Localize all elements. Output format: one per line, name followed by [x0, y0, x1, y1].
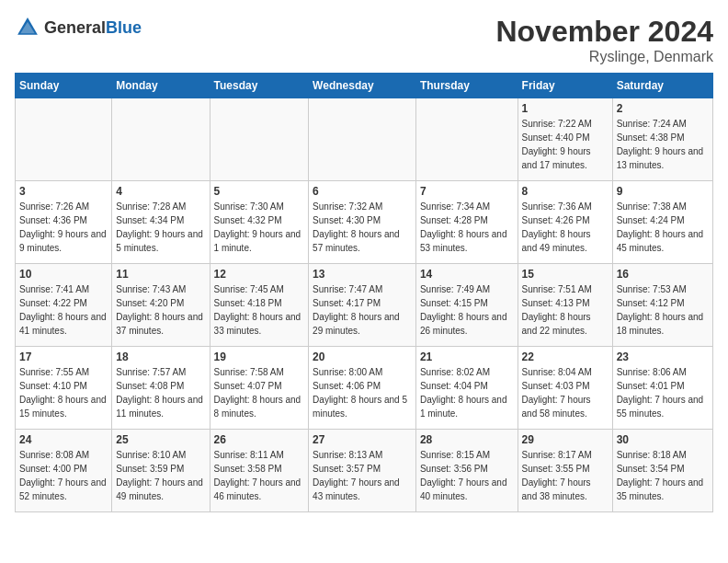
calendar-cell: 21Sunrise: 8:02 AM Sunset: 4:04 PM Dayli…: [415, 347, 518, 430]
logo-icon: [15, 15, 40, 40]
weekday-header: Sunday: [16, 74, 112, 98]
day-info: Sunrise: 8:11 AM Sunset: 3:58 PM Dayligh…: [214, 448, 305, 503]
day-number: 7: [420, 185, 514, 198]
day-info: Sunrise: 7:34 AM Sunset: 4:28 PM Dayligh…: [420, 200, 514, 255]
day-number: 17: [19, 350, 108, 363]
day-info: Sunrise: 8:02 AM Sunset: 4:04 PM Dayligh…: [420, 365, 514, 420]
calendar-cell: 2Sunrise: 7:24 AM Sunset: 4:38 PM Daylig…: [612, 98, 712, 181]
day-info: Sunrise: 7:41 AM Sunset: 4:22 PM Dayligh…: [19, 282, 108, 338]
day-info: Sunrise: 7:43 AM Sunset: 4:20 PM Dayligh…: [116, 282, 205, 338]
day-number: 4: [116, 185, 205, 198]
day-number: 27: [313, 433, 412, 446]
calendar-cell: 23Sunrise: 8:06 AM Sunset: 4:01 PM Dayli…: [612, 347, 712, 430]
day-info: Sunrise: 7:36 AM Sunset: 4:26 PM Dayligh…: [522, 200, 609, 255]
calendar-cell: 18Sunrise: 7:57 AM Sunset: 4:08 PM Dayli…: [112, 347, 210, 430]
day-info: Sunrise: 7:45 AM Sunset: 4:18 PM Dayligh…: [214, 282, 305, 338]
calendar-cell: 10Sunrise: 7:41 AM Sunset: 4:22 PM Dayli…: [16, 264, 112, 347]
day-number: 6: [313, 185, 412, 198]
calendar-week-row: 24Sunrise: 8:08 AM Sunset: 4:00 PM Dayli…: [16, 430, 713, 512]
calendar-week-row: 3Sunrise: 7:26 AM Sunset: 4:36 PM Daylig…: [16, 181, 713, 264]
day-number: 5: [214, 185, 305, 198]
calendar-cell: [309, 98, 416, 181]
calendar-table: SundayMondayTuesdayWednesdayThursdayFrid…: [15, 73, 713, 512]
day-info: Sunrise: 7:28 AM Sunset: 4:34 PM Dayligh…: [116, 200, 205, 255]
weekday-header: Thursday: [415, 74, 518, 98]
day-info: Sunrise: 8:04 AM Sunset: 4:03 PM Dayligh…: [522, 365, 609, 420]
calendar-week-row: 17Sunrise: 7:55 AM Sunset: 4:10 PM Dayli…: [16, 347, 713, 430]
calendar-cell: 6Sunrise: 7:32 AM Sunset: 4:30 PM Daylig…: [309, 181, 416, 264]
day-number: 2: [617, 102, 709, 115]
day-info: Sunrise: 7:55 AM Sunset: 4:10 PM Dayligh…: [19, 365, 108, 420]
day-number: 21: [420, 350, 514, 363]
weekday-header: Friday: [518, 74, 612, 98]
calendar-cell: 3Sunrise: 7:26 AM Sunset: 4:36 PM Daylig…: [16, 181, 112, 264]
weekday-header: Monday: [112, 74, 210, 98]
day-info: Sunrise: 8:00 AM Sunset: 4:06 PM Dayligh…: [313, 365, 412, 420]
calendar-cell: 22Sunrise: 8:04 AM Sunset: 4:03 PM Dayli…: [518, 347, 612, 430]
weekday-header: Tuesday: [210, 74, 309, 98]
weekday-header: Saturday: [612, 74, 712, 98]
day-number: 11: [116, 268, 205, 281]
calendar-cell: 11Sunrise: 7:43 AM Sunset: 4:20 PM Dayli…: [112, 264, 210, 347]
day-info: Sunrise: 8:06 AM Sunset: 4:01 PM Dayligh…: [617, 365, 709, 420]
calendar-cell: 20Sunrise: 8:00 AM Sunset: 4:06 PM Dayli…: [309, 347, 416, 430]
day-info: Sunrise: 7:38 AM Sunset: 4:24 PM Dayligh…: [617, 200, 709, 255]
day-info: Sunrise: 7:24 AM Sunset: 4:38 PM Dayligh…: [617, 117, 709, 172]
day-info: Sunrise: 8:13 AM Sunset: 3:57 PM Dayligh…: [313, 448, 412, 503]
day-info: Sunrise: 7:51 AM Sunset: 4:13 PM Dayligh…: [522, 282, 609, 338]
day-info: Sunrise: 8:15 AM Sunset: 3:56 PM Dayligh…: [420, 448, 514, 503]
day-number: 8: [522, 185, 609, 198]
day-info: Sunrise: 7:32 AM Sunset: 4:30 PM Dayligh…: [313, 200, 412, 255]
calendar-cell: 4Sunrise: 7:28 AM Sunset: 4:34 PM Daylig…: [112, 181, 210, 264]
day-info: Sunrise: 7:53 AM Sunset: 4:12 PM Dayligh…: [617, 282, 709, 338]
calendar-week-row: 10Sunrise: 7:41 AM Sunset: 4:22 PM Dayli…: [16, 264, 713, 347]
calendar-cell: 30Sunrise: 8:18 AM Sunset: 3:54 PM Dayli…: [612, 430, 712, 512]
calendar-cell: 25Sunrise: 8:10 AM Sunset: 3:59 PM Dayli…: [112, 430, 210, 512]
day-info: Sunrise: 8:10 AM Sunset: 3:59 PM Dayligh…: [116, 448, 205, 503]
calendar-cell: [16, 98, 112, 181]
day-info: Sunrise: 7:58 AM Sunset: 4:07 PM Dayligh…: [214, 365, 305, 420]
day-number: 3: [19, 185, 108, 198]
calendar-cell: [112, 98, 210, 181]
day-number: 28: [420, 433, 514, 446]
calendar-cell: 1Sunrise: 7:22 AM Sunset: 4:40 PM Daylig…: [518, 98, 612, 181]
day-number: 18: [116, 350, 205, 363]
day-info: Sunrise: 7:57 AM Sunset: 4:08 PM Dayligh…: [116, 365, 205, 420]
calendar-cell: 28Sunrise: 8:15 AM Sunset: 3:56 PM Dayli…: [415, 430, 518, 512]
day-info: Sunrise: 8:18 AM Sunset: 3:54 PM Dayligh…: [617, 448, 709, 503]
logo: GeneralBlue: [15, 15, 142, 40]
calendar-cell: 7Sunrise: 7:34 AM Sunset: 4:28 PM Daylig…: [415, 181, 518, 264]
day-number: 26: [214, 433, 305, 446]
day-number: 1: [522, 102, 609, 115]
day-number: 24: [19, 433, 108, 446]
day-info: Sunrise: 8:17 AM Sunset: 3:55 PM Dayligh…: [522, 448, 609, 503]
calendar-cell: 9Sunrise: 7:38 AM Sunset: 4:24 PM Daylig…: [612, 181, 712, 264]
day-info: Sunrise: 7:49 AM Sunset: 4:15 PM Dayligh…: [420, 282, 514, 338]
calendar-cell: 8Sunrise: 7:36 AM Sunset: 4:26 PM Daylig…: [518, 181, 612, 264]
logo-general-text: General: [44, 18, 106, 37]
day-info: Sunrise: 7:22 AM Sunset: 4:40 PM Dayligh…: [522, 117, 609, 172]
day-info: Sunrise: 7:47 AM Sunset: 4:17 PM Dayligh…: [313, 282, 412, 338]
calendar-cell: 29Sunrise: 8:17 AM Sunset: 3:55 PM Dayli…: [518, 430, 612, 512]
calendar-cell: [210, 98, 309, 181]
day-number: 29: [522, 433, 609, 446]
calendar-cell: 24Sunrise: 8:08 AM Sunset: 4:00 PM Dayli…: [16, 430, 112, 512]
calendar-cell: 15Sunrise: 7:51 AM Sunset: 4:13 PM Dayli…: [518, 264, 612, 347]
calendar-cell: 12Sunrise: 7:45 AM Sunset: 4:18 PM Dayli…: [210, 264, 309, 347]
day-number: 23: [617, 350, 709, 363]
calendar-cell: 19Sunrise: 7:58 AM Sunset: 4:07 PM Dayli…: [210, 347, 309, 430]
day-number: 12: [214, 268, 305, 281]
calendar-cell: 5Sunrise: 7:30 AM Sunset: 4:32 PM Daylig…: [210, 181, 309, 264]
day-number: 10: [19, 268, 108, 281]
calendar-cell: [415, 98, 518, 181]
calendar-cell: 17Sunrise: 7:55 AM Sunset: 4:10 PM Dayli…: [16, 347, 112, 430]
calendar-cell: 27Sunrise: 8:13 AM Sunset: 3:57 PM Dayli…: [309, 430, 416, 512]
day-info: Sunrise: 7:30 AM Sunset: 4:32 PM Dayligh…: [214, 200, 305, 255]
day-info: Sunrise: 7:26 AM Sunset: 4:36 PM Dayligh…: [19, 200, 108, 255]
day-number: 22: [522, 350, 609, 363]
day-number: 30: [617, 433, 709, 446]
day-number: 14: [420, 268, 514, 281]
day-info: Sunrise: 8:08 AM Sunset: 4:00 PM Dayligh…: [19, 448, 108, 503]
day-number: 25: [116, 433, 205, 446]
day-number: 15: [522, 268, 609, 281]
